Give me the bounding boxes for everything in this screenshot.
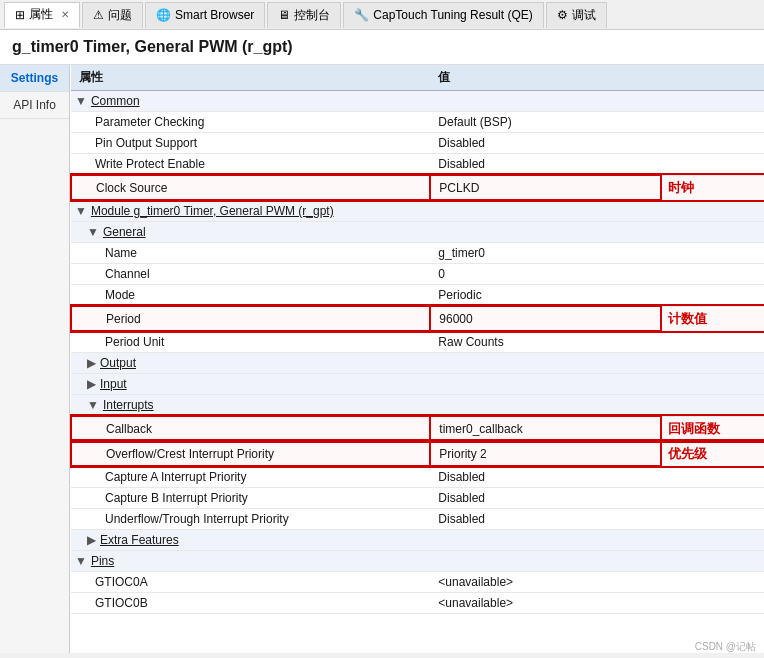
prop-pin-output-support: Pin Output Support [71,133,430,154]
prop-overflow-priority: Overflow/Crest Interrupt Priority [71,441,430,466]
table-header-row: 属性 值 [71,65,764,91]
val-gtioc0a[interactable]: <unavailable> [430,572,661,593]
section-val-common [430,91,661,112]
section-header-output: ▶Output [71,353,764,374]
table-row-gtioc0b[interactable]: GTIOC0B<unavailable> [71,593,764,614]
val-overflow-priority[interactable]: Priority 2 [430,441,661,466]
val-name[interactable]: g_timer0 [430,243,661,264]
annot-name [661,243,764,264]
annot-gtioc0a [661,572,764,593]
watermark: CSDN @记帖 [695,640,756,654]
prop-clock-source: Clock Source [71,175,430,200]
prop-gtioc0b: GTIOC0B [71,593,430,614]
tab-captouch[interactable]: 🔧 CapTouch Tuning Result (QE) [343,2,543,28]
val-underflow-priority[interactable]: Disabled [430,509,661,530]
annot-period: 计数值 [661,306,764,331]
prop-period-unit: Period Unit [71,331,430,353]
tab-issues[interactable]: ⚠ 问题 [82,2,143,28]
table-row-underflow-priority[interactable]: Underflow/Trough Interrupt PriorityDisab… [71,509,764,530]
table-row-channel[interactable]: Channel0 [71,264,764,285]
section-header-extra-features: ▶Extra Features [71,530,764,551]
table-row-callback[interactable]: Callbacktimer0_callback回调函数 [71,416,764,441]
tab-console-label: 控制台 [294,7,330,24]
tab-properties-label: 属性 [29,6,53,23]
tab-console[interactable]: 🖥 控制台 [267,2,341,28]
val-capture-b-priority[interactable]: Disabled [430,488,661,509]
tab-debug[interactable]: ⚙ 调试 [546,2,607,28]
tab-captouch-icon: 🔧 [354,8,369,22]
annot-write-protect-enable [661,154,764,176]
table-row-period[interactable]: Period96000计数值 [71,306,764,331]
val-parameter-checking[interactable]: Default (BSP) [430,112,661,133]
val-gtioc0b[interactable]: <unavailable> [430,593,661,614]
section-label-interrupts[interactable]: ▼Interrupts [71,395,430,417]
tab-properties-close[interactable]: ✕ [61,9,69,20]
section-annot-pins [661,551,764,572]
table-row-period-unit[interactable]: Period UnitRaw Counts [71,331,764,353]
section-header-module: ▼Module g_timer0 Timer, General PWM (r_g… [71,200,764,222]
prop-capture-a-priority: Capture A Interrupt Priority [71,466,430,488]
section-annot-extra-features [661,530,764,551]
annot-underflow-priority [661,509,764,530]
section-label-module[interactable]: ▼Module g_timer0 Timer, General PWM (r_g… [71,200,430,222]
tab-smart-browser-icon: 🌐 [156,8,171,22]
section-label-common[interactable]: ▼Common [71,91,430,112]
section-label-general[interactable]: ▼General [71,222,430,243]
section-annot-general [661,222,764,243]
table-row-gtioc0a[interactable]: GTIOC0A<unavailable> [71,572,764,593]
table-row-mode[interactable]: ModePeriodic [71,285,764,307]
annot-parameter-checking [661,112,764,133]
table-row-parameter-checking[interactable]: Parameter CheckingDefault (BSP) [71,112,764,133]
section-label-extra-features[interactable]: ▶Extra Features [71,530,430,551]
section-label-pins[interactable]: ▼Pins [71,551,430,572]
table-row-overflow-priority[interactable]: Overflow/Crest Interrupt PriorityPriorit… [71,441,764,466]
annot-pin-output-support [661,133,764,154]
section-header-pins: ▼Pins [71,551,764,572]
val-period-unit[interactable]: Raw Counts [430,331,661,353]
prop-write-protect-enable: Write Protect Enable [71,154,430,176]
table-row-name[interactable]: Nameg_timer0 [71,243,764,264]
annot-capture-b-priority [661,488,764,509]
table-row-write-protect-enable[interactable]: Write Protect EnableDisabled [71,154,764,176]
val-clock-source[interactable]: PCLKD [430,175,661,200]
val-period[interactable]: 96000 [430,306,661,331]
section-val-output [430,353,661,374]
table-row-capture-a-priority[interactable]: Capture A Interrupt PriorityDisabled [71,466,764,488]
sidebar-item-api-info[interactable]: API Info [0,92,69,119]
section-annot-module [661,200,764,222]
tab-debug-label: 调试 [572,7,596,24]
section-annot-output [661,353,764,374]
val-channel[interactable]: 0 [430,264,661,285]
section-annot-interrupts [661,395,764,417]
prop-callback: Callback [71,416,430,441]
section-val-extra-features [430,530,661,551]
val-pin-output-support[interactable]: Disabled [430,133,661,154]
table-row-capture-b-priority[interactable]: Capture B Interrupt PriorityDisabled [71,488,764,509]
tab-console-icon: 🖥 [278,8,290,22]
prop-channel: Channel [71,264,430,285]
table-row-clock-source[interactable]: Clock SourcePCLKD时钟 [71,175,764,200]
val-write-protect-enable[interactable]: Disabled [430,154,661,176]
annot-channel [661,264,764,285]
tab-properties-icon: ⊞ [15,8,25,22]
sidebar-item-settings[interactable]: Settings [0,65,69,92]
tab-issues-label: 问题 [108,7,132,24]
annot-overflow-priority: 优先级 [661,441,764,466]
table-row-pin-output-support[interactable]: Pin Output SupportDisabled [71,133,764,154]
prop-underflow-priority: Underflow/Trough Interrupt Priority [71,509,430,530]
prop-mode: Mode [71,285,430,307]
prop-name: Name [71,243,430,264]
val-callback[interactable]: timer0_callback [430,416,661,441]
tab-properties[interactable]: ⊞ 属性 ✕ [4,2,80,28]
annot-capture-a-priority [661,466,764,488]
properties-table: 属性 值 ▼CommonParameter CheckingDefault (B… [70,65,764,614]
val-mode[interactable]: Periodic [430,285,661,307]
tab-captouch-label: CapTouch Tuning Result (QE) [373,8,532,22]
val-capture-a-priority[interactable]: Disabled [430,466,661,488]
col-header-val: 值 [430,65,661,91]
col-header-annot [661,65,764,91]
section-label-input[interactable]: ▶Input [71,374,430,395]
section-label-output[interactable]: ▶Output [71,353,430,374]
page-title: g_timer0 Timer, General PWM (r_gpt) [0,30,764,65]
tab-smart-browser[interactable]: 🌐 Smart Browser [145,2,265,28]
